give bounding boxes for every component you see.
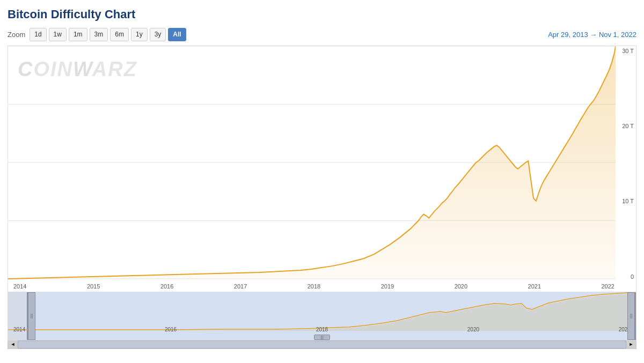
- zoom-btn-3y[interactable]: 3y: [150, 28, 166, 41]
- nav-handle-right[interactable]: ||: [627, 292, 635, 340]
- zoom-btn-1y[interactable]: 1y: [131, 28, 148, 41]
- zoom-label: Zoom: [8, 31, 25, 39]
- scroll-thumb[interactable]: [18, 340, 626, 349]
- zoom-btn-1m[interactable]: 1m: [69, 28, 87, 41]
- x-axis: 2014 2015 2016 2017 2018 2019 2020 2021 …: [13, 283, 614, 290]
- date-end: Nov 1, 2022: [599, 31, 636, 39]
- y-label-mid2: 20 T: [622, 123, 634, 129]
- date-start: Apr 29, 2013: [548, 31, 588, 39]
- navigator-svg: [8, 292, 636, 331]
- nav-handle-left[interactable]: ||: [28, 292, 35, 340]
- zoom-controls: Zoom 1d 1w 1m 3m 6m 1y 3y All: [8, 28, 186, 41]
- x-label-2019: 2019: [381, 283, 394, 290]
- zoom-btn-all[interactable]: All: [168, 28, 186, 41]
- x-label-2014: 2014: [13, 283, 26, 290]
- page-title: Bitcoin Difficulty Chart: [8, 5, 636, 21]
- zoom-btn-1w[interactable]: 1w: [49, 28, 67, 41]
- zoom-btn-6m[interactable]: 6m: [110, 28, 129, 41]
- x-label-2016: 2016: [160, 283, 173, 290]
- x-label-2018: 2018: [308, 283, 320, 290]
- nav-bottom-handle[interactable]: |||: [314, 335, 330, 340]
- x-label-2015: 2015: [87, 283, 100, 290]
- y-label-zero: 0: [622, 274, 634, 280]
- y-label-mid1: 10 T: [622, 198, 634, 204]
- zoom-row: Zoom 1d 1w 1m 3m 6m 1y 3y All Apr 29, 20…: [8, 28, 636, 41]
- x-label-2017: 2017: [234, 283, 247, 290]
- navigator[interactable]: || || 2014 2016 2018 2020 2022 |||: [8, 292, 636, 340]
- scroll-left-arrow[interactable]: ◄: [8, 340, 18, 349]
- x-label-2020: 2020: [455, 283, 467, 290]
- zoom-btn-3m[interactable]: 3m: [90, 28, 108, 41]
- scrollbar[interactable]: ◄ ►: [8, 340, 636, 349]
- x-label-2021: 2021: [528, 283, 541, 290]
- date-range: Apr 29, 2013 → Nov 1, 2022: [548, 31, 636, 39]
- scroll-right-arrow[interactable]: ►: [626, 340, 636, 349]
- scroll-track[interactable]: [18, 340, 626, 349]
- zoom-btn-1d[interactable]: 1d: [30, 28, 46, 41]
- main-chart[interactable]: CoinWarz 30 T 20 T 10 T 0 2014 2: [8, 46, 636, 292]
- date-arrow: →: [590, 31, 599, 39]
- y-axis: 30 T 20 T 10 T 0: [622, 48, 634, 280]
- chart-svg: [8, 46, 616, 280]
- x-label-2022: 2022: [602, 283, 614, 290]
- y-label-top: 30 T: [622, 48, 634, 54]
